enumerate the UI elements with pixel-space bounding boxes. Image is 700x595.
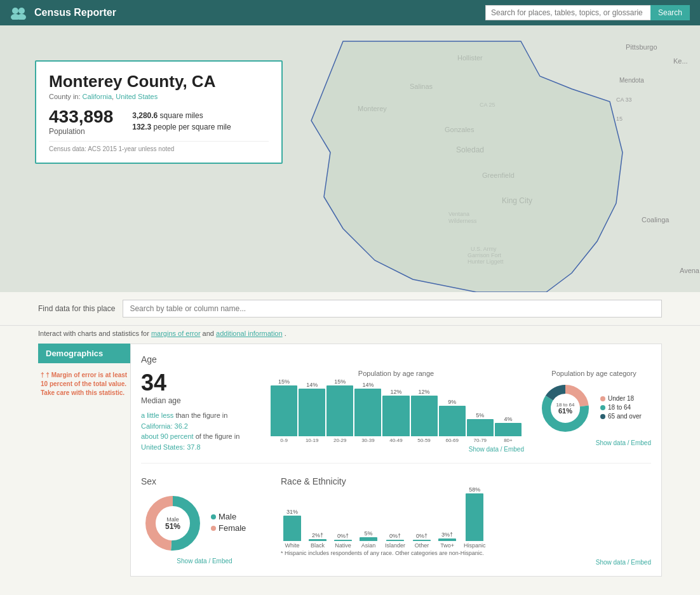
bar bbox=[411, 396, 438, 436]
age-bar-group: 15%20-29 bbox=[326, 378, 353, 443]
race-bar-group: 0%†Other bbox=[413, 533, 431, 549]
additional-info-link[interactable]: additional information bbox=[216, 330, 283, 337]
race-bar-group: 58%Hispanic bbox=[464, 486, 486, 549]
age-bar-group: 14%10-19 bbox=[299, 382, 325, 443]
svg-text:Mendota: Mendota bbox=[619, 77, 644, 84]
age-bar-group: 14%30-39 bbox=[354, 382, 381, 443]
bar bbox=[326, 385, 353, 436]
bar-value: 5% bbox=[476, 412, 484, 418]
state-link[interactable]: California bbox=[83, 93, 112, 100]
age-bar-group: 4%80+ bbox=[495, 416, 522, 443]
svg-text:Coalinga: Coalinga bbox=[642, 216, 670, 224]
legend-65plus: 65 and over bbox=[600, 413, 642, 420]
median-age-label: Median age bbox=[141, 396, 255, 405]
sex-show-link[interactable]: Show data / Embed bbox=[141, 558, 268, 565]
population-label: Population bbox=[49, 127, 113, 136]
sidebar-item-demographics[interactable]: Demographics bbox=[38, 344, 130, 363]
age-bar-group: 12%40-49 bbox=[382, 389, 409, 443]
race-bars-container: 31%White2%†Black0%†Native5%Asian0%†Islan… bbox=[281, 491, 651, 549]
race-bar-value: 0%† bbox=[389, 533, 401, 539]
race-bar-label: Two+ bbox=[440, 542, 454, 549]
find-data-label: Find data for this place bbox=[38, 304, 115, 313]
density: 132.3 people per square mile bbox=[132, 123, 231, 131]
age-compare: a little less than the figure in Califor… bbox=[141, 410, 255, 452]
age-donut-chart: 18 to 64 61% bbox=[537, 380, 594, 437]
search-input[interactable] bbox=[485, 5, 650, 20]
legend-under18: Under 18 bbox=[600, 395, 642, 402]
race-section: Race & Ethnicity 31%White2%†Black0%†Nati… bbox=[281, 476, 651, 566]
race-bar-value: 0%† bbox=[416, 533, 427, 539]
age-section-title: Age bbox=[141, 354, 651, 364]
sex-section-title: Sex bbox=[141, 476, 268, 486]
census-note: Census data: ACS 2015 1-year unless note… bbox=[49, 141, 269, 152]
race-bar-chart: 31%White2%†Black0%†Native5%Asian0%†Islan… bbox=[281, 491, 651, 566]
california-compare-link[interactable]: California: 36.2 bbox=[141, 422, 188, 430]
svg-text:51%: 51% bbox=[165, 522, 180, 531]
us-compare-link[interactable]: United States: 37.8 bbox=[141, 443, 201, 451]
age-bar-group: 5%70-79 bbox=[467, 412, 494, 443]
bar-label: 40-49 bbox=[389, 438, 402, 443]
header: Census Reporter Search bbox=[0, 0, 700, 25]
place-name: Monterey County, CA bbox=[49, 72, 269, 91]
find-data-area: Find data for this place bbox=[0, 292, 700, 326]
race-bar-group: 0%†Native bbox=[334, 533, 352, 549]
race-section-title: Race & Ethnicity bbox=[281, 476, 651, 486]
stats-row: 433,898 Population 3,280.6 square miles … bbox=[49, 107, 269, 136]
race-show-link[interactable]: Show data / Embed bbox=[281, 559, 651, 566]
bar-value: 9% bbox=[448, 399, 456, 405]
breadcrumb: County in: California, United States bbox=[49, 93, 269, 100]
find-data-input[interactable] bbox=[123, 300, 662, 318]
country-link[interactable]: United States bbox=[116, 93, 158, 100]
margins-link[interactable]: margins of error bbox=[151, 330, 201, 337]
race-bar-group: 5%Asian bbox=[360, 530, 377, 549]
race-bar bbox=[283, 516, 301, 541]
population-stat: 433,898 Population bbox=[49, 107, 113, 136]
race-bar bbox=[466, 493, 483, 541]
race-bar-label: Native bbox=[335, 542, 351, 549]
bar bbox=[271, 385, 297, 436]
race-bar-label: Other bbox=[415, 542, 429, 549]
race-bar-value: 31% bbox=[286, 509, 298, 515]
bar-value: 14% bbox=[362, 382, 374, 388]
bar bbox=[382, 396, 409, 436]
bar-value: 12% bbox=[390, 389, 401, 395]
age-donut-show-link[interactable]: Show data / Embed bbox=[537, 439, 651, 446]
age-section: Age 34 Median age a little less than the… bbox=[141, 354, 651, 464]
bar-label: 30-39 bbox=[361, 438, 374, 443]
age-bar-group: 12%50-59 bbox=[411, 389, 438, 443]
svg-text:CA 33: CA 33 bbox=[616, 97, 632, 103]
age-row: 34 Median age a little less than the fig… bbox=[141, 370, 651, 453]
race-bar bbox=[360, 537, 377, 541]
race-bar-value: 58% bbox=[469, 486, 480, 493]
race-bar bbox=[334, 540, 352, 541]
legend-male: Male bbox=[211, 512, 246, 521]
median-age-value: 34 bbox=[141, 370, 255, 396]
info-card: Monterey County, CA County in: Californi… bbox=[35, 60, 283, 164]
race-bar bbox=[438, 538, 456, 541]
logo-icon bbox=[10, 6, 29, 20]
svg-text:15: 15 bbox=[616, 116, 623, 122]
age-donut-title: Population by age category bbox=[537, 370, 651, 377]
bar-label: 80+ bbox=[504, 438, 513, 443]
search-area: Search bbox=[485, 5, 690, 20]
bar-label: 20-29 bbox=[333, 438, 346, 443]
race-bar-group: 31%White bbox=[283, 509, 301, 549]
race-bar bbox=[413, 540, 431, 541]
search-button[interactable]: Search bbox=[650, 5, 690, 20]
age-bar-group: 9%60-69 bbox=[439, 399, 466, 443]
legend-18to64: 18 to 64 bbox=[600, 404, 642, 411]
legend-female: Female bbox=[211, 523, 246, 533]
age-donut-wrapper: 18 to 64 61% Under 18 18 to 64 bbox=[537, 380, 651, 437]
svg-text:Pittsburgo: Pittsburgo bbox=[626, 43, 657, 51]
geo-stats: 3,280.6 square miles 132.3 people per sq… bbox=[132, 107, 231, 136]
race-bar bbox=[386, 540, 404, 541]
age-bar-show-link[interactable]: Show data / Embed bbox=[268, 446, 524, 453]
bar-label: 10-19 bbox=[306, 438, 318, 443]
bar-label: 60-69 bbox=[445, 438, 458, 443]
bar-label: 70-79 bbox=[474, 438, 487, 443]
bar bbox=[467, 419, 494, 436]
bar-value: 15% bbox=[334, 378, 346, 385]
svg-text:Avena...: Avena... bbox=[680, 267, 700, 274]
race-bar-label: Islander bbox=[385, 542, 405, 549]
map-area: Hollister Pittsburgo Ke... Salinas Mendo… bbox=[0, 25, 700, 292]
